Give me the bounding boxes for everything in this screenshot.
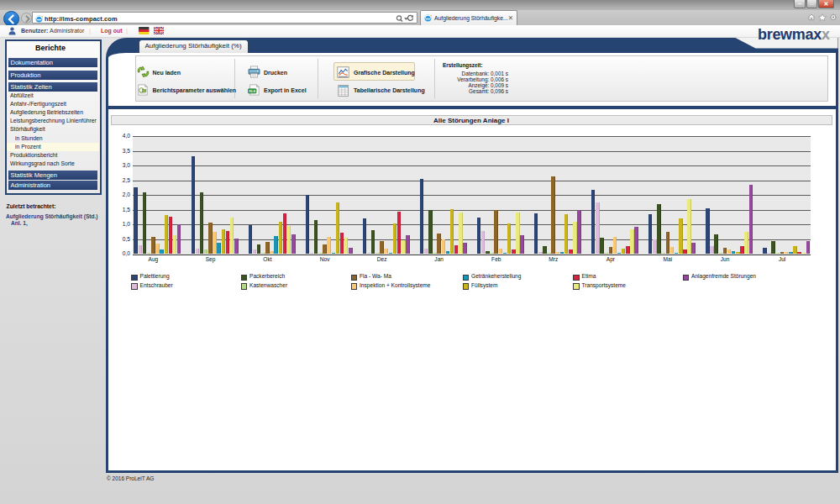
svg-text:XLS: XLS — [249, 89, 255, 93]
